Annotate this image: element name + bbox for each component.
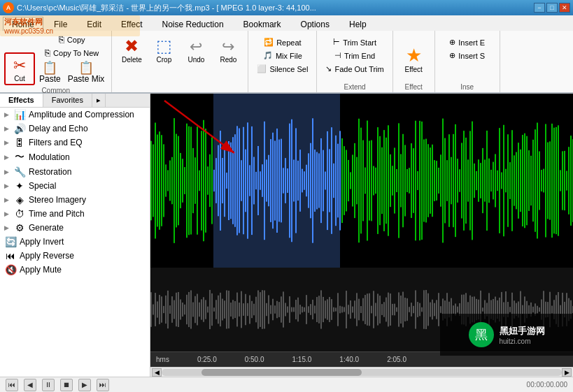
copynew-label: Copy To New xyxy=(53,49,99,57)
filters-icon: 🎛 xyxy=(13,137,26,148)
pastemix-label: Paste Mix xyxy=(68,74,105,84)
timeline-marker-4: 1:40.0 xyxy=(339,356,359,363)
trimstart-label: Trim Start xyxy=(343,38,376,47)
trim-start-button[interactable]: ⊢ Trim Start xyxy=(321,36,388,48)
sidebar-item-mute[interactable]: 🔇 Apply Mute xyxy=(0,263,150,277)
inserts-icon: ⊕ xyxy=(449,51,455,60)
status-btn-2[interactable]: ◀ xyxy=(24,379,36,391)
status-bar: ⏮ ◀ ⏸ ⏹ ▶ ⏭ 00:00:00.000 xyxy=(0,377,573,392)
scroll-left-button[interactable]: ◀ xyxy=(152,368,162,377)
sidebar-tab-favorites[interactable]: Favorites xyxy=(43,94,92,107)
sidebar-tab-effects[interactable]: Effects xyxy=(0,94,43,107)
tab-file[interactable]: File xyxy=(45,17,76,31)
special-label: Special xyxy=(29,181,56,191)
scrollbar-thumb[interactable] xyxy=(201,369,362,376)
sidebar-item-modulation[interactable]: 〜 Modulation xyxy=(0,150,150,165)
mixfile-icon: 🎵 xyxy=(263,51,273,60)
tab-bookmark[interactable]: Bookmark xyxy=(234,17,290,31)
scrollbar-track[interactable] xyxy=(162,369,562,376)
status-text: 00:00:00.000 xyxy=(527,381,567,389)
status-btn-6[interactable]: ⏭ xyxy=(97,379,109,391)
effect-button[interactable]: ★ Effect xyxy=(398,41,429,75)
sidebar-item-invert[interactable]: 🔄 Apply Invert xyxy=(0,235,150,249)
delete-button[interactable]: ✖ Delete xyxy=(116,34,147,65)
effect-icon: ★ xyxy=(406,46,422,64)
cut-icon: ✂ xyxy=(13,58,26,73)
silence-sel-button[interactable]: ⬜ Silence Sel xyxy=(253,63,312,75)
delay-icon: 🔊 xyxy=(13,123,26,134)
sidebar-item-filters[interactable]: 🎛 Filters and EQ xyxy=(0,136,150,150)
ribbon-group-clipboard: ✂ Cut ⎘ Copy ⎘ Copy To New 📋 Paste xyxy=(0,31,112,92)
redo-button[interactable]: ↪ Redo xyxy=(213,35,243,65)
insert-e-button[interactable]: ⊕ Insert E xyxy=(439,36,495,48)
waveform-top[interactable]: // rendered via JS below xyxy=(150,94,573,268)
insert-label: Inse xyxy=(460,82,474,91)
modulation-icon: 〜 xyxy=(13,151,26,164)
effect-buttons: ★ Effect xyxy=(398,41,429,75)
tab-options[interactable]: Options xyxy=(292,17,339,31)
waveform-canvas-top xyxy=(150,94,573,268)
scrollbar-area[interactable]: ◀ ▶ xyxy=(150,367,573,377)
tab-help[interactable]: Help xyxy=(340,17,376,31)
copy-to-new-button[interactable]: ⎘ Copy To New xyxy=(36,47,107,59)
fade-out-trim-button[interactable]: ↘ Fade Out Trim xyxy=(321,63,388,75)
undo-button[interactable]: ↩ Undo xyxy=(181,35,211,65)
trimend-label: Trim End xyxy=(344,52,375,60)
waveform-area[interactable]: // rendered via JS below xyxy=(150,94,573,377)
minimize-button[interactable]: − xyxy=(534,3,545,13)
sidebar-item-timepitch[interactable]: ⏱ Time and Pitch xyxy=(0,207,150,221)
inserts-label: Insert S xyxy=(458,52,485,60)
sidebar-item-amplitude[interactable]: 📊 Amplitude and Compression xyxy=(0,108,150,122)
watermark-url: huitzi.com xyxy=(500,337,545,345)
crop-icon: ⬚ xyxy=(156,38,172,55)
ribbon-group-insert: ⊕ Insert E ⊕ Insert S Inse xyxy=(435,31,500,92)
pastemix-icon: 📋 xyxy=(78,61,94,74)
copy-paste-col: ⎘ Copy ⎘ Copy To New 📋 Paste 📋 Paste Mix xyxy=(36,34,107,85)
repeat-button[interactable]: 🔁 Repeat xyxy=(253,36,312,48)
sidebar-tabs: Effects Favorites ▸ xyxy=(0,94,150,108)
trim-label: Extend xyxy=(344,82,366,91)
restoration-icon: 🔧 xyxy=(13,166,26,177)
status-btn-3[interactable]: ⏸ xyxy=(42,379,55,391)
sidebar-tab-more[interactable]: ▸ xyxy=(92,94,106,107)
mute-icon: 🔇 xyxy=(4,264,17,275)
sidebar-item-restoration[interactable]: 🔧 Restoration xyxy=(0,165,150,179)
repeat-icon: 🔁 xyxy=(264,38,274,47)
close-button[interactable]: ✕ xyxy=(559,3,570,13)
status-btn-1[interactable]: ⏮ xyxy=(6,379,18,391)
mix-file-button[interactable]: 🎵 Mix File xyxy=(253,50,312,61)
status-btn-4[interactable]: ⏹ xyxy=(60,379,73,391)
sidebar-item-stereo[interactable]: ◈ Stereo Imagery xyxy=(0,193,150,207)
generate-icon: ⚙ xyxy=(13,222,26,233)
sidebar-item-reverse[interactable]: ⏮ Apply Reverse xyxy=(0,249,150,263)
tab-home[interactable]: Home xyxy=(3,17,43,31)
amplitude-icon: 📊 xyxy=(13,109,26,120)
crop-button[interactable]: ⬚ Crop xyxy=(148,34,179,65)
amplitude-label: Amplitude and Compression xyxy=(29,110,134,119)
title-text: C:\Users\pc\Music\阿雄_郭采洁 - 世界上的另一个我.mp3 … xyxy=(17,3,534,13)
paste-row: 📋 Paste 📋 Paste Mix xyxy=(36,60,107,85)
status-btn-5[interactable]: ▶ xyxy=(78,379,91,391)
tab-effect[interactable]: Effect xyxy=(112,17,151,31)
stereo-icon: ◈ xyxy=(13,194,26,205)
trim-end-button[interactable]: ⊣ Trim End xyxy=(321,50,388,61)
effect-group-label: Effect xyxy=(405,82,423,91)
copy-label: Copy xyxy=(67,36,85,44)
paste-mix-button[interactable]: 📋 Paste Mix xyxy=(65,60,108,85)
insert-s-button[interactable]: ⊕ Insert S xyxy=(439,50,495,61)
paste-button[interactable]: 📋 Paste xyxy=(36,60,64,85)
copy-button[interactable]: ⎘ Copy xyxy=(36,34,107,45)
scroll-right-button[interactable]: ▶ xyxy=(562,368,572,377)
tab-noisered[interactable]: Noise Reduction xyxy=(153,17,233,31)
sidebar-item-generate[interactable]: ⚙ Generate xyxy=(0,221,150,235)
maximize-button[interactable]: □ xyxy=(546,3,558,13)
sidebar-item-delay[interactable]: 🔊 Delay and Echo xyxy=(0,122,150,136)
inserte-icon: ⊕ xyxy=(449,38,455,47)
trimend-icon: ⊣ xyxy=(334,51,341,60)
cut-button[interactable]: ✂ Cut xyxy=(4,52,35,85)
tab-edit[interactable]: Edit xyxy=(78,17,111,31)
paste-icon: 📋 xyxy=(42,61,57,74)
filters-label: Filters and EQ xyxy=(29,138,83,147)
effect-label: Effect xyxy=(405,66,423,73)
sidebar-item-special[interactable]: ✦ Special xyxy=(0,179,150,193)
